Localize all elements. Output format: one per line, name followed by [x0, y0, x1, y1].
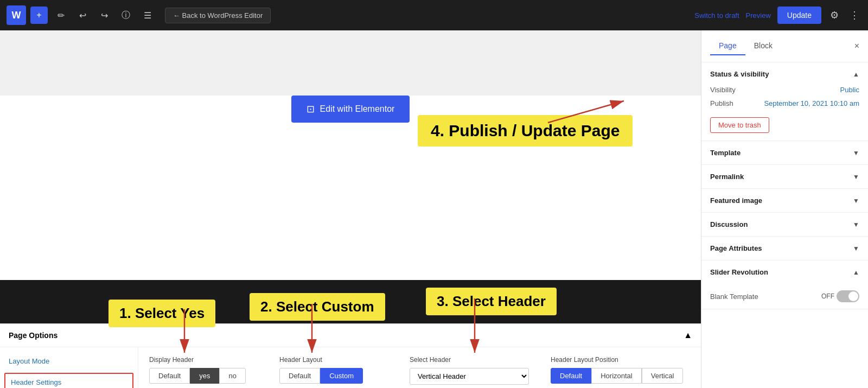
section-status-visibility: Status & visibility ▲ Visibility Public …	[701, 62, 868, 141]
header-layout-position-label: Header Layout Position	[551, 356, 683, 364]
toolbar: W + ✏ ↩ ↪ ⓘ ☰ ← Back to WordPress Editor…	[0, 0, 868, 30]
template-title: Template	[710, 149, 741, 157]
header-layout-default-btn[interactable]: Default	[279, 368, 320, 384]
move-to-trash-button[interactable]: Move to trash	[710, 117, 769, 133]
tab-block[interactable]: Block	[745, 37, 781, 55]
position-default-btn[interactable]: Default	[551, 368, 591, 384]
position-vertical-btn[interactable]: Vertical	[642, 368, 684, 384]
status-visibility-header[interactable]: Status & visibility ▲	[701, 62, 868, 86]
arrow-4-svg	[0, 96, 701, 280]
blank-template-row: Blank Template OFF	[710, 290, 859, 302]
visibility-value[interactable]: Public	[840, 86, 859, 94]
header-layout-buttons: Default Custom	[279, 368, 388, 384]
select-header-dropdown[interactable]: Vertical Header Horizontal Header	[410, 368, 529, 385]
right-sidebar: Page Block × Status & visibility ▲ Visib…	[701, 30, 868, 388]
sidebar-tabs: Page Block ×	[701, 30, 868, 62]
elementor-icon: ⊡	[307, 103, 315, 115]
page-options-collapse-icon[interactable]: ▲	[684, 330, 692, 340]
display-header-no-btn[interactable]: no	[219, 368, 245, 384]
featured-image-title: Featured image	[710, 196, 762, 205]
select-header-label: Select Header	[410, 356, 529, 364]
blank-template-toggle[interactable]: OFF	[821, 290, 859, 302]
sidebar-close-button[interactable]: ×	[854, 41, 859, 51]
display-header-yes-btn[interactable]: yes	[190, 368, 219, 384]
permalink-chevron: ▼	[853, 173, 859, 181]
display-header-label: Display Header	[149, 356, 258, 364]
visibility-row: Visibility Public	[710, 86, 859, 94]
page-options-header: Page Options ▲	[0, 324, 701, 347]
svg-line-1	[548, 101, 624, 123]
header-layout-label: Header Layout	[279, 356, 388, 364]
editor-area: 4. Publish / Update Page ⊡ Edit with Ele…	[0, 30, 701, 388]
sidebar-item-header-settings[interactable]: Header Settings	[4, 373, 133, 388]
page-attributes-title: Page Attributes	[710, 244, 762, 252]
add-button[interactable]: +	[30, 7, 48, 24]
page-attributes-chevron: ▼	[853, 245, 859, 252]
select-header-group: Select Header Vertical Header Horizontal…	[410, 356, 529, 385]
options-sidebar: Layout Mode Header Settings Banner Setti…	[0, 347, 138, 388]
redo-button[interactable]: ↪	[95, 7, 113, 24]
template-chevron: ▼	[853, 149, 859, 157]
list-view-button[interactable]: ☰	[139, 7, 156, 24]
options-main: 1. Select Yes 2. Select Custom 3. Select…	[138, 347, 701, 388]
page-attributes-header[interactable]: Page Attributes ▼	[701, 237, 868, 260]
display-header-group: Display Header Default yes no	[149, 356, 258, 384]
toolbar-right: Switch to draft Preview Update ⚙ ⋮	[694, 7, 861, 24]
publish-value[interactable]: September 10, 2021 10:10 am	[764, 99, 859, 107]
slider-revolution-chevron: ▲	[853, 269, 859, 276]
section-permalink: Permalink ▼	[701, 165, 868, 189]
back-to-editor-button[interactable]: ← Back to WordPress Editor	[165, 8, 271, 23]
header-layout-position-group: Header Layout Position Default Horizonta…	[551, 356, 683, 384]
slider-revolution-body: Blank Template OFF	[701, 284, 868, 309]
edit-icon-button[interactable]: ✏	[52, 7, 69, 24]
permalink-header[interactable]: Permalink ▼	[701, 165, 868, 188]
black-bar	[0, 280, 701, 323]
update-button[interactable]: Update	[777, 7, 821, 24]
edit-with-elementor-button[interactable]: ⊡ Edit with Elementor	[291, 96, 410, 123]
toggle-off-label: OFF	[821, 292, 834, 300]
section-discussion: Discussion ▼	[701, 213, 868, 237]
status-visibility-body: Visibility Public Publish September 10, …	[701, 86, 868, 141]
preview-button[interactable]: Preview	[746, 11, 771, 20]
more-options-button[interactable]: ⋮	[847, 7, 861, 23]
page-options-content: Layout Mode Header Settings Banner Setti…	[0, 347, 701, 388]
switch-to-draft-button[interactable]: Switch to draft	[694, 11, 739, 20]
discussion-header[interactable]: Discussion ▼	[701, 213, 868, 236]
options-row: Display Header Default yes no Header Lay…	[149, 356, 690, 385]
header-layout-group: Header Layout Default Custom	[279, 356, 388, 384]
page-canvas: 4. Publish / Update Page ⊡ Edit with Ele…	[0, 96, 701, 280]
slider-revolution-header[interactable]: Slider Revolution ▲	[701, 260, 868, 284]
template-header[interactable]: Template ▼	[701, 141, 868, 164]
wp-logo: W	[7, 5, 26, 25]
undo-button[interactable]: ↩	[74, 7, 91, 24]
annotation-4: 4. Publish / Update Page	[418, 115, 633, 147]
publish-label: Publish	[710, 99, 733, 107]
position-horizontal-btn[interactable]: Horizontal	[591, 368, 642, 384]
settings-button[interactable]: ⚙	[828, 7, 841, 23]
section-page-attributes: Page Attributes ▼	[701, 237, 868, 260]
status-visibility-chevron: ▲	[853, 71, 859, 78]
section-featured-image: Featured image ▼	[701, 189, 868, 213]
toggle-off-switch[interactable]	[837, 290, 859, 302]
permalink-title: Permalink	[710, 173, 744, 181]
discussion-chevron: ▼	[853, 221, 859, 228]
display-header-buttons: Default yes no	[149, 368, 258, 384]
section-slider-revolution: Slider Revolution ▲ Blank Template OFF	[701, 260, 868, 309]
publish-row: Publish September 10, 2021 10:10 am	[710, 99, 859, 107]
status-visibility-title: Status & visibility	[710, 70, 769, 78]
slider-revolution-title: Slider Revolution	[710, 268, 768, 276]
sidebar-item-layout-mode[interactable]: Layout Mode	[0, 352, 138, 371]
header-layout-custom-btn[interactable]: Custom	[320, 368, 363, 384]
page-options-area: Page Options ▲ Layout Mode Header Settin…	[0, 323, 701, 388]
page-options-title: Page Options	[9, 331, 58, 340]
section-template: Template ▼	[701, 141, 868, 165]
main-wrapper: 4. Publish / Update Page ⊡ Edit with Ele…	[0, 30, 868, 388]
info-button[interactable]: ⓘ	[117, 7, 135, 24]
tab-page[interactable]: Page	[710, 37, 745, 55]
blank-template-label: Blank Template	[710, 292, 758, 301]
featured-image-header[interactable]: Featured image ▼	[701, 189, 868, 212]
display-header-default-btn[interactable]: Default	[149, 368, 190, 384]
featured-image-chevron: ▼	[853, 197, 859, 205]
discussion-title: Discussion	[710, 220, 748, 228]
visibility-label: Visibility	[710, 86, 736, 94]
